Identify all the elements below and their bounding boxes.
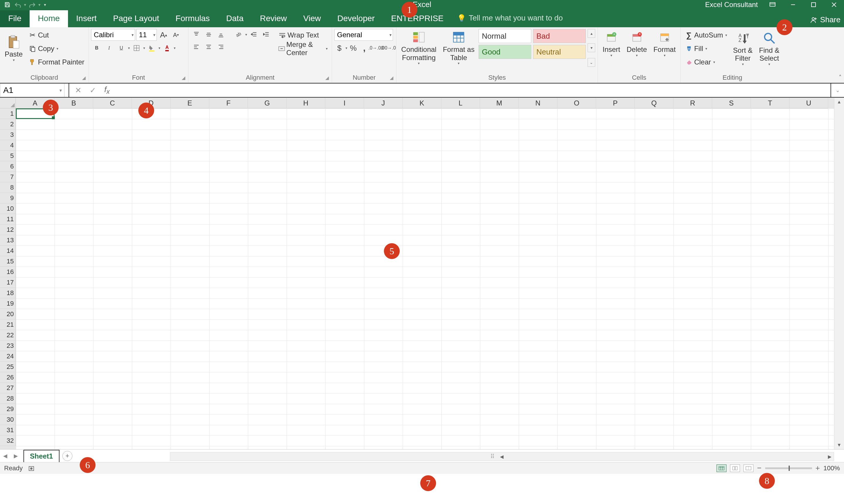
tab-home[interactable]: Home xyxy=(30,10,68,27)
column-header[interactable]: Q xyxy=(635,98,674,108)
scroll-down-icon[interactable]: ▼ xyxy=(834,441,844,449)
italic-button[interactable]: I xyxy=(104,42,114,54)
row-header[interactable]: 22 xyxy=(0,330,16,341)
insert-function-icon[interactable]: fx xyxy=(104,85,110,95)
wrap-text-button[interactable]: Wrap Text xyxy=(276,29,329,41)
row-header[interactable]: 17 xyxy=(0,277,16,288)
column-header[interactable]: P xyxy=(596,98,635,108)
row-header[interactable]: 25 xyxy=(0,362,16,372)
select-all-corner[interactable] xyxy=(0,98,16,108)
column-header[interactable]: H xyxy=(287,98,325,108)
dialog-launcher-icon[interactable]: ◢ xyxy=(82,75,86,80)
font-name-dropdown[interactable]: Calibri xyxy=(91,29,135,41)
minimize-icon[interactable] xyxy=(784,0,802,9)
accounting-format-icon[interactable]: $ xyxy=(335,42,344,54)
column-header[interactable]: I xyxy=(325,98,364,108)
sheet-nav-prev-icon[interactable]: ◀ xyxy=(0,451,11,461)
delete-cells-button[interactable]: ×Delete▾ xyxy=(624,29,649,59)
column-header[interactable]: S xyxy=(712,98,751,108)
font-size-dropdown[interactable]: 11 xyxy=(136,29,157,41)
format-as-table-button[interactable]: Format as Table▾ xyxy=(441,29,477,67)
cell-styles-gallery[interactable]: Normal Bad Good Neutral xyxy=(479,29,586,67)
column-header[interactable]: L xyxy=(441,98,480,108)
sheet-nav-next-icon[interactable]: ▶ xyxy=(11,451,21,461)
tab-file[interactable]: File xyxy=(0,10,30,27)
redo-dropdown-icon[interactable]: ▾ xyxy=(38,2,40,7)
underline-button[interactable]: U xyxy=(116,42,127,54)
row-header[interactable]: 15 xyxy=(0,256,16,267)
align-right-icon[interactable] xyxy=(215,41,227,52)
row-header[interactable]: 19 xyxy=(0,298,16,309)
row-header[interactable]: 9 xyxy=(0,193,16,203)
expand-formula-bar-icon[interactable]: ⌄ xyxy=(831,84,844,97)
save-icon[interactable] xyxy=(3,0,12,9)
scroll-right-icon[interactable]: ▶ xyxy=(826,454,834,460)
normal-view-icon[interactable] xyxy=(717,465,726,472)
new-sheet-button[interactable]: + xyxy=(62,451,72,461)
increase-indent-icon[interactable] xyxy=(261,29,272,40)
vertical-scrollbar[interactable]: ▲ ▼ xyxy=(834,98,844,449)
column-header[interactable]: F xyxy=(209,98,248,108)
find-select-button[interactable]: Find & Select▾ xyxy=(757,29,782,68)
redo-icon[interactable] xyxy=(28,0,37,9)
maximize-icon[interactable] xyxy=(805,0,822,9)
conditional-formatting-button[interactable]: Conditional Formatting▾ xyxy=(399,29,439,67)
decrease-indent-icon[interactable] xyxy=(248,29,259,40)
close-icon[interactable] xyxy=(825,0,843,9)
zoom-value[interactable]: 100% xyxy=(824,465,840,472)
row-header[interactable]: 1 xyxy=(0,108,16,119)
style-neutral[interactable]: Neutral xyxy=(533,45,586,59)
column-header[interactable]: J xyxy=(364,98,403,108)
macro-record-icon[interactable] xyxy=(28,465,35,471)
font-color-button[interactable]: A xyxy=(161,42,173,54)
tell-me-search[interactable]: 💡 Tell me what you want to do xyxy=(452,14,566,27)
row-header[interactable]: 3 xyxy=(0,129,16,140)
row-header[interactable]: 7 xyxy=(0,172,16,182)
column-header[interactable]: R xyxy=(674,98,712,108)
zoom-slider[interactable] xyxy=(765,467,812,469)
tab-review[interactable]: Review xyxy=(252,10,295,27)
row-header[interactable]: 12 xyxy=(0,224,16,235)
decrease-decimal-icon[interactable]: .00→.0 xyxy=(383,42,394,54)
page-layout-view-icon[interactable] xyxy=(730,465,740,472)
cells-area[interactable] xyxy=(16,108,834,449)
tab-enterprise[interactable]: ENTERPRISE xyxy=(383,10,452,27)
copy-button[interactable]: Copy▾ xyxy=(27,42,86,55)
merge-center-button[interactable]: Merge & Center▾ xyxy=(276,42,329,55)
collapse-ribbon-icon[interactable]: ˄ xyxy=(839,74,842,81)
dialog-launcher-icon[interactable]: ◢ xyxy=(390,75,393,80)
tab-page-layout[interactable]: Page Layout xyxy=(105,10,167,27)
dialog-launcher-icon[interactable]: ◢ xyxy=(182,75,185,80)
row-header[interactable]: 5 xyxy=(0,150,16,161)
row-header[interactable]: 14 xyxy=(0,246,16,256)
column-header[interactable]: O xyxy=(557,98,596,108)
align-top-icon[interactable] xyxy=(191,29,202,40)
row-header[interactable]: 8 xyxy=(0,182,16,193)
row-header[interactable]: 2 xyxy=(0,119,16,129)
format-painter-button[interactable]: Format Painter xyxy=(27,56,86,68)
row-header[interactable]: 21 xyxy=(0,319,16,330)
comma-format-icon[interactable]: , xyxy=(359,42,369,54)
row-header[interactable]: 23 xyxy=(0,341,16,351)
tab-data[interactable]: Data xyxy=(218,10,252,27)
row-header[interactable]: 31 xyxy=(0,425,16,435)
bold-button[interactable]: B xyxy=(91,42,102,54)
fill-button[interactable]: Fill▾ xyxy=(683,42,729,55)
tab-view[interactable]: View xyxy=(295,10,329,27)
row-header[interactable]: 29 xyxy=(0,404,16,414)
style-normal[interactable]: Normal xyxy=(479,29,531,43)
tab-developer[interactable]: Developer xyxy=(329,10,383,27)
zoom-in-icon[interactable]: + xyxy=(815,464,820,473)
align-middle-icon[interactable] xyxy=(203,29,214,40)
row-header[interactable]: 27 xyxy=(0,383,16,393)
column-header[interactable]: G xyxy=(248,98,287,108)
autosum-button[interactable]: ∑AutoSum▾ xyxy=(683,29,729,41)
borders-button[interactable] xyxy=(131,42,142,54)
row-header[interactable]: 4 xyxy=(0,140,16,150)
clear-button[interactable]: Clear▾ xyxy=(683,56,729,68)
row-header[interactable]: 20 xyxy=(0,309,16,319)
row-header[interactable]: 28 xyxy=(0,393,16,404)
row-header[interactable]: 24 xyxy=(0,351,16,362)
column-headers[interactable]: ABCDEFGHIJKLMNOPQRSTU xyxy=(16,98,834,108)
tab-insert[interactable]: Insert xyxy=(68,10,105,27)
